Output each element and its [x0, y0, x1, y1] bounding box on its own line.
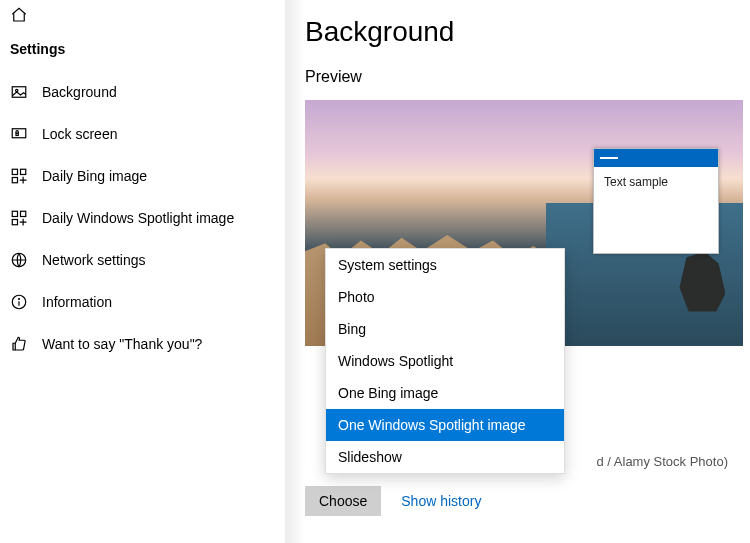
sidebar-item-label: Want to say "Thank you"? — [42, 336, 202, 352]
svg-rect-4 — [12, 169, 17, 174]
menu-item-one-windows-spotlight-image[interactable]: One Windows Spotlight image — [326, 409, 564, 441]
svg-rect-5 — [21, 169, 26, 174]
sidebar-title: Settings — [0, 37, 285, 71]
lock-screen-icon — [10, 125, 28, 143]
grid-plus-icon — [10, 209, 28, 227]
sidebar-item-thank-you[interactable]: Want to say "Thank you"? — [0, 323, 285, 365]
globe-icon — [10, 251, 28, 269]
sidebar-item-label: Background — [42, 84, 117, 100]
thumbs-up-icon — [10, 335, 28, 353]
background-source-menu[interactable]: System settings Photo Bing Windows Spotl… — [325, 248, 565, 474]
preview-label: Preview — [305, 68, 750, 86]
svg-rect-3 — [16, 133, 18, 135]
sidebar-item-lock-screen[interactable]: Lock screen — [0, 113, 285, 155]
menu-item-slideshow[interactable]: Slideshow — [326, 441, 564, 473]
sidebar-item-label: Lock screen — [42, 126, 117, 142]
svg-rect-8 — [21, 211, 26, 216]
sidebar-item-network[interactable]: Network settings — [0, 239, 285, 281]
sidebar-item-label: Daily Windows Spotlight image — [42, 210, 234, 226]
info-icon — [10, 293, 28, 311]
choose-button[interactable]: Choose — [305, 486, 381, 516]
sidebar-item-label: Information — [42, 294, 112, 310]
image-credit: d / Alamy Stock Photo) — [596, 454, 728, 469]
menu-item-bing[interactable]: Bing — [326, 313, 564, 345]
picture-icon — [10, 83, 28, 101]
menu-item-windows-spotlight[interactable]: Windows Spotlight — [326, 345, 564, 377]
sidebar-item-daily-bing[interactable]: Daily Bing image — [0, 155, 285, 197]
show-history-link[interactable]: Show history — [401, 493, 481, 509]
menu-item-one-bing-image[interactable]: One Bing image — [326, 377, 564, 409]
svg-rect-9 — [12, 220, 17, 225]
grid-plus-icon — [10, 167, 28, 185]
svg-rect-0 — [12, 87, 26, 98]
sidebar-item-daily-spotlight[interactable]: Daily Windows Spotlight image — [0, 197, 285, 239]
menu-item-system-settings[interactable]: System settings — [326, 249, 564, 281]
svg-point-13 — [19, 299, 20, 300]
preview-text-sample-label: Text sample — [594, 167, 718, 197]
page-title: Background — [305, 16, 750, 48]
sidebar: Settings Background Lock screen — [0, 0, 285, 543]
svg-rect-7 — [12, 211, 17, 216]
svg-rect-6 — [12, 178, 17, 183]
sidebar-item-information[interactable]: Information — [0, 281, 285, 323]
home-icon[interactable] — [10, 6, 28, 24]
sidebar-item-label: Network settings — [42, 252, 145, 268]
menu-item-photo[interactable]: Photo — [326, 281, 564, 313]
sidebar-item-label: Daily Bing image — [42, 168, 147, 184]
sidebar-item-background[interactable]: Background — [0, 71, 285, 113]
svg-rect-2 — [12, 129, 26, 138]
preview-text-sample-window: Text sample — [593, 148, 719, 254]
